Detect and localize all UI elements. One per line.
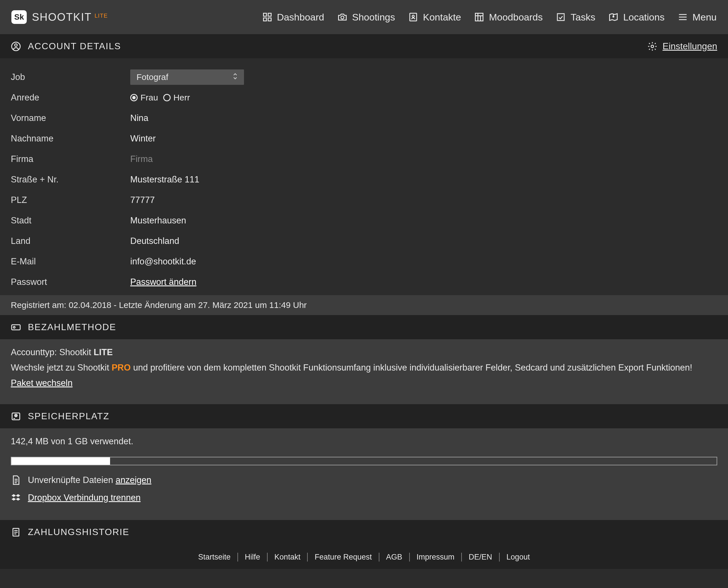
dropbox-disconnect-link[interactable]: Dropbox Verbindung trennen — [28, 493, 140, 503]
anrede-label: Anrede — [11, 92, 130, 103]
settings-link[interactable]: Einstellungen — [647, 41, 717, 51]
account-type-prefix: Accounttyp: Shootkit — [11, 347, 93, 357]
footer-startseite[interactable]: Startseite — [191, 553, 238, 562]
nav-moodboards-label: Moodboards — [489, 12, 543, 23]
storage-usage-text: 142,4 MB von 1 GB verwendet. — [11, 436, 717, 446]
brand-text: SHOOTKIT — [32, 11, 92, 23]
nav-kontakte[interactable]: Kontakte — [408, 12, 461, 23]
account-form: Job Fotograf Anrede Frau Herr VornameNin… — [0, 58, 728, 295]
change-password-link[interactable]: Passwort ändern — [130, 277, 197, 287]
radio-frau-label: Frau — [140, 93, 158, 102]
job-label: Job — [11, 72, 130, 82]
camera-icon — [337, 12, 348, 22]
nav-tasks-label: Tasks — [571, 12, 595, 23]
nav-kontakte-label: Kontakte — [423, 12, 461, 23]
unlinked-files-text: Unverknüpfte Dateien anzeigen — [28, 475, 151, 485]
firma-input[interactable]: Firma — [130, 154, 153, 164]
contacts-icon — [408, 12, 418, 22]
account-section-header: ACCOUNT DETAILS Einstellungen — [0, 34, 728, 58]
upsell-line: Wechsle jetzt zu Shootkit PRO und profit… — [11, 363, 717, 373]
svg-point-11 — [613, 16, 614, 17]
stadt-input[interactable]: Musterhausen — [130, 215, 186, 226]
account-type-tier: LITE — [93, 347, 113, 357]
radio-unselected-icon — [163, 94, 171, 101]
storage-progress-fill — [12, 457, 110, 465]
select-arrows-icon — [233, 72, 238, 82]
unlinked-files-row: Unverknüpfte Dateien anzeigen — [11, 475, 717, 485]
payment-body: Accounttyp: Shootkit LITE Wechsle jetzt … — [0, 339, 728, 404]
moodboard-icon — [474, 12, 484, 22]
svg-point-22 — [16, 415, 16, 416]
nachname-input[interactable]: Winter — [130, 133, 156, 144]
nav-locations-label: Locations — [623, 12, 665, 23]
top-header: Sk SHOOTKITLITE Dashboard Shootings Kont… — [0, 0, 728, 34]
change-package-link[interactable]: Paket wechseln — [11, 378, 717, 388]
svg-point-17 — [651, 45, 654, 47]
storage-section-header: SPEICHERPLATZ — [0, 404, 728, 428]
svg-point-6 — [412, 15, 414, 17]
upsell-prefix: Wechsle jetzt zu Shootkit — [11, 363, 111, 373]
storage-title: SPEICHERPLATZ — [28, 411, 109, 421]
unlinked-link[interactable]: anzeigen — [115, 475, 151, 485]
svg-rect-3 — [268, 18, 271, 21]
footer-agb[interactable]: AGB — [379, 553, 410, 562]
footer-hilfe[interactable]: Hilfe — [238, 553, 268, 562]
nachname-label: Nachname — [11, 133, 130, 144]
payment-icon — [11, 322, 21, 332]
vorname-input[interactable]: Nina — [130, 113, 149, 123]
strasse-input[interactable]: Musterstraße 111 — [130, 174, 199, 185]
email-input[interactable]: info@shootkit.de — [130, 256, 196, 267]
unlinked-prefix: Unverknüpfte Dateien — [28, 475, 115, 485]
vorname-label: Vorname — [11, 113, 130, 123]
land-label: Land — [11, 236, 130, 246]
check-icon — [556, 12, 566, 22]
radio-herr[interactable]: Herr — [163, 93, 190, 102]
nav-shootings[interactable]: Shootings — [337, 12, 395, 23]
harddrive-icon — [11, 411, 21, 421]
nav-tasks[interactable]: Tasks — [556, 12, 595, 23]
nav-locations[interactable]: Locations — [608, 12, 665, 23]
history-title: ZAHLUNGSHISTORIE — [28, 527, 129, 537]
account-type-line: Accounttyp: Shootkit LITE — [11, 347, 717, 357]
logo-mark[interactable]: Sk — [12, 10, 27, 24]
file-icon — [11, 475, 21, 485]
svg-point-19 — [13, 327, 15, 328]
radio-herr-label: Herr — [174, 93, 190, 102]
user-circle-icon — [11, 41, 21, 51]
svg-point-16 — [15, 44, 17, 46]
svg-rect-2 — [263, 18, 266, 21]
nav-moodboards[interactable]: Moodboards — [474, 12, 543, 23]
settings-label: Einstellungen — [663, 41, 717, 51]
job-select-value: Fotograf — [136, 72, 168, 82]
history-section-header: ZAHLUNGSHISTORIE — [0, 520, 728, 544]
footer-feature-request[interactable]: Feature Request — [308, 553, 379, 562]
hamburger-icon — [678, 12, 688, 22]
anrede-radio-group: Frau Herr — [130, 93, 190, 102]
land-input[interactable]: Deutschland — [130, 236, 179, 246]
upsell-suffix: und profitiere von dem kompletten Shootk… — [131, 363, 692, 373]
footer-impressum[interactable]: Impressum — [410, 553, 462, 562]
dropbox-icon — [11, 493, 21, 503]
nav-menu[interactable]: Menu — [678, 12, 716, 23]
upsell-pro: PRO — [111, 363, 131, 373]
gear-icon — [647, 41, 658, 51]
plz-input[interactable]: 77777 — [130, 195, 155, 205]
nav-dashboard[interactable]: Dashboard — [262, 12, 324, 23]
footer-logout[interactable]: Logout — [500, 553, 537, 562]
job-select[interactable]: Fotograf — [130, 69, 244, 85]
brand-name: SHOOTKITLITE — [32, 11, 108, 23]
storage-body: 142,4 MB von 1 GB verwendet. Unverknüpft… — [0, 428, 728, 520]
nav-shootings-label: Shootings — [352, 12, 395, 23]
footer-kontakt[interactable]: Kontakt — [268, 553, 308, 562]
payment-title: BEZAHLMETHODE — [28, 322, 116, 332]
firma-label: Firma — [11, 154, 130, 164]
storage-progress-bar — [11, 457, 717, 465]
svg-rect-0 — [263, 13, 266, 17]
dropbox-row: Dropbox Verbindung trennen — [11, 493, 717, 503]
registration-meta: Registriert am: 02.04.2018 - Letzte Ände… — [0, 295, 728, 315]
radio-frau[interactable]: Frau — [130, 93, 158, 102]
receipt-icon — [11, 527, 21, 537]
footer-nav: Startseite Hilfe Kontakt Feature Request… — [0, 544, 728, 569]
svg-rect-1 — [268, 13, 271, 17]
footer-language-toggle[interactable]: DE/EN — [462, 553, 500, 562]
